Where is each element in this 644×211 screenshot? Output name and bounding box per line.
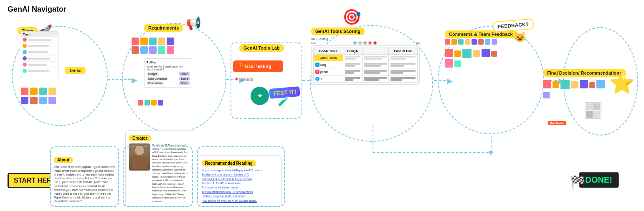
table-row: GenAI Tools	[314, 55, 418, 61]
final-blocks	[543, 80, 610, 98]
col-criteria2: Innovation	[362, 48, 388, 55]
col-criteria1: BenQA	[343, 48, 362, 55]
final-section: Final Decision/ Recommendations UserTest…	[543, 69, 610, 98]
scoring-table: GenAI Tools BenQA Innovation Ease of Use…	[313, 48, 418, 83]
score-cell	[362, 75, 388, 83]
skill-testing-title: Skill Testing	[311, 38, 420, 40]
bottom-reading-rect	[197, 146, 285, 207]
comments-blocks	[445, 39, 512, 45]
comments-section: Comments & Team Feedback	[445, 30, 512, 68]
score-cell	[362, 61, 388, 68]
tool-bing: B Bing	[314, 61, 343, 68]
beaker-icon: 🧪	[278, 96, 289, 107]
score-cell	[362, 55, 388, 61]
score-cell	[343, 55, 362, 61]
page-title: GenAI Navigator	[8, 5, 66, 14]
connector-h-bottom	[439, 152, 493, 153]
shield-icon: 🎯	[342, 8, 361, 26]
table-row: B Bing	[314, 61, 418, 68]
team-stickies	[21, 88, 63, 104]
score-cell	[343, 68, 362, 75]
tool-x: X X	[314, 75, 343, 83]
comments-label: Comments & Team Feedback	[445, 30, 517, 38]
req-small-blocks	[138, 100, 171, 106]
slider-bar: Low High	[311, 41, 420, 45]
grid-graphic	[585, 102, 601, 119]
feedback-cat-icon: 😺	[514, 31, 526, 43]
arrow-down: ▼	[487, 149, 494, 158]
req-form: Polling What are the 3 most important re…	[144, 58, 192, 88]
bottom-creator-rect	[123, 146, 193, 207]
lab-label: GenAI Tools Lab	[239, 44, 284, 52]
important-icon: 📢	[186, 16, 201, 30]
creator-title: Creator	[129, 135, 151, 141]
req-color-blocks	[132, 38, 182, 54]
score-cell	[388, 75, 417, 83]
score-cell	[388, 61, 417, 68]
score-cell	[362, 68, 388, 75]
pendo-logo: ● pendo	[235, 75, 253, 83]
scoring-label: GenAI Tools Scoring	[311, 28, 365, 35]
star-icon: ⭐	[609, 71, 635, 95]
bottom-about-rect	[50, 146, 119, 207]
chatgpt-icon: ✦	[251, 87, 269, 105]
tool-cell: GenAI Tools	[314, 55, 343, 61]
connector-h-scoring-btm	[373, 152, 439, 153]
scoring-section: GenAI Tools Scoring Skill Testing Low Hi…	[311, 27, 420, 85]
table-row: X X	[314, 75, 418, 83]
main-canvas: GenAI Navigator Team Tasks 🚀 Team ▶ Requ…	[0, 0, 644, 211]
score-cell	[343, 61, 362, 68]
table-row: P pendo	[314, 68, 418, 75]
feedback-badge: FEEDBACK?	[492, 18, 534, 33]
team-mockup: Team	[21, 31, 58, 77]
tasks-label: Tasks	[65, 67, 86, 74]
comments-extra-blocks	[445, 49, 499, 68]
col-criteria3: Ease of Use	[388, 48, 417, 55]
score-cell	[388, 68, 417, 75]
score-cell	[388, 55, 417, 61]
usertesting-small: UserTesting	[548, 121, 566, 125]
score-cell	[343, 75, 362, 83]
flag-icon: 🏁	[570, 175, 586, 189]
col-tools: GenAI Tools	[314, 48, 343, 55]
testing-text: Testing	[239, 62, 258, 68]
connector-v-scoring-bottom	[373, 125, 373, 153]
req-label: Requirements	[144, 24, 183, 32]
scoring-table-wrapper: GenAI Tools BenQA Innovation Ease of Use…	[311, 45, 420, 85]
tool-pendo: P pendo	[314, 68, 343, 75]
